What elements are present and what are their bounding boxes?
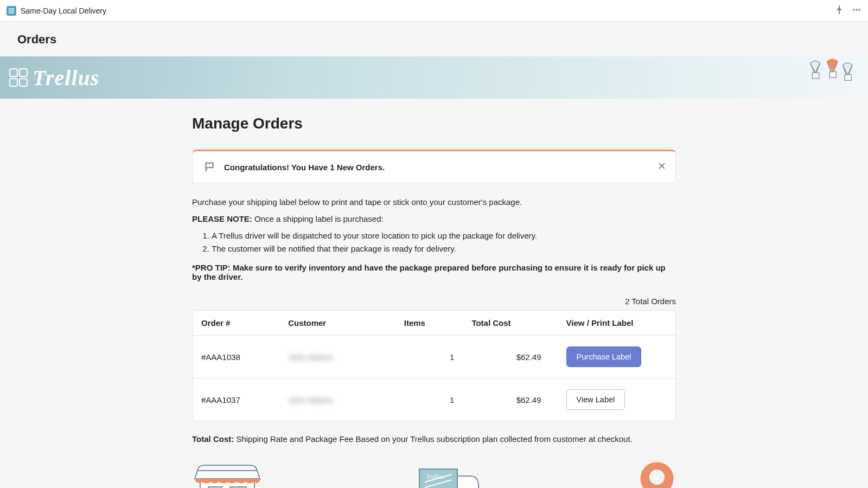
topbar-actions — [834, 5, 861, 17]
cell-order-number: #AAA1038 — [193, 336, 279, 378]
page-title: Orders — [17, 33, 851, 47]
info-note: PLEASE NOTE: Once a shipping label is pu… — [192, 213, 676, 226]
customer-name-blurred: John Adams — [288, 352, 333, 362]
col-header-order: Order # — [193, 311, 279, 336]
close-icon[interactable] — [657, 161, 667, 173]
parachute-packages-icon — [800, 59, 859, 97]
svg-point-35 — [649, 470, 665, 485]
app-title: Same-Day Local Delivery — [21, 7, 106, 15]
info-list: A Trellus driver will be dispatched to y… — [192, 229, 676, 255]
svg-rect-16 — [829, 72, 836, 78]
main-heading: Manage Orders — [192, 115, 676, 132]
pin-icon[interactable] — [834, 5, 844, 17]
col-header-action: View / Print Label — [550, 311, 675, 336]
cell-cost: $62.49 — [463, 336, 550, 378]
view-label-button[interactable]: View Label — [566, 389, 626, 410]
cell-action: Purchase Label — [550, 336, 675, 378]
cell-items: 1 — [395, 336, 463, 378]
new-orders-alert: Congratulations! You Have 1 New Orders. — [192, 150, 676, 183]
illustration-row: Trellus — [192, 460, 676, 488]
brand-grid-icon — [9, 68, 28, 87]
store-illustration — [192, 460, 263, 488]
info-line-1: Purchase your shipping label below to pr… — [192, 196, 676, 209]
more-icon[interactable] — [852, 5, 861, 17]
table-header-row: Order # Customer Items Total Cost View /… — [193, 311, 675, 336]
svg-point-4 — [853, 9, 854, 10]
cell-customer: John Adams — [279, 378, 395, 421]
main-content: Manage Orders Congratulations! You Have … — [192, 99, 676, 488]
footer-note-text: Shipping Rate and Package Fee Based on y… — [234, 434, 633, 444]
svg-rect-0 — [9, 8, 11, 10]
info-list-item-1: A Trellus driver will be dispatched to y… — [212, 229, 676, 242]
brand-logo: Trellus — [9, 65, 99, 91]
brand-name: Trellus — [33, 65, 99, 91]
table-row: #AAA1037 John Adams 1 $62.49 View Label — [193, 378, 675, 421]
brand-banner: Trellus — [0, 56, 868, 99]
svg-rect-10 — [20, 79, 27, 86]
svg-rect-1 — [12, 8, 14, 10]
flag-icon — [203, 161, 215, 173]
footer-note-label: Total Cost: — [192, 434, 234, 444]
topbar: Same-Day Local Delivery — [0, 0, 868, 22]
topbar-left: Same-Day Local Delivery — [7, 6, 106, 16]
info-note-label: PLEASE NOTE: — [192, 214, 252, 223]
svg-point-5 — [856, 9, 858, 10]
cell-action: View Label — [550, 378, 675, 421]
svg-rect-7 — [10, 69, 17, 76]
info-list-item-2: The customer will be notified that their… — [212, 242, 676, 255]
page-header: Orders — [0, 22, 868, 56]
svg-rect-13 — [813, 73, 819, 79]
pin-illustration — [638, 460, 676, 488]
customer-name-blurred: John Adams — [288, 395, 333, 404]
cell-order-number: #AAA1037 — [193, 378, 279, 421]
svg-rect-8 — [20, 69, 27, 76]
svg-rect-19 — [845, 75, 851, 81]
info-note-text: Once a shipping label is purchased: — [252, 214, 384, 223]
table-total-count: 2 Total Orders — [192, 297, 676, 306]
table-row: #AAA1038 John Adams 1 $62.49 Purchase La… — [193, 336, 675, 378]
col-header-items: Items — [395, 311, 463, 336]
cell-items: 1 — [395, 378, 463, 421]
col-header-customer: Customer — [279, 311, 395, 336]
pro-tip: *PRO TIP: Make sure to verify inventory … — [192, 263, 676, 281]
col-header-cost: Total Cost — [463, 311, 550, 336]
svg-point-6 — [859, 9, 860, 10]
app-icon — [7, 6, 16, 16]
truck-illustration: Trellus — [414, 463, 487, 488]
svg-rect-3 — [12, 11, 14, 14]
cell-customer: John Adams — [279, 336, 395, 378]
orders-table: Order # Customer Items Total Cost View /… — [192, 310, 676, 421]
purchase-label-button[interactable]: Purchase Label — [566, 346, 642, 367]
footer-note: Total Cost: Shipping Rate and Package Fe… — [192, 434, 676, 444]
cell-cost: $62.49 — [463, 378, 550, 421]
alert-message: Congratulations! You Have 1 New Orders. — [224, 163, 385, 172]
svg-rect-2 — [9, 11, 11, 14]
svg-rect-9 — [10, 79, 17, 86]
